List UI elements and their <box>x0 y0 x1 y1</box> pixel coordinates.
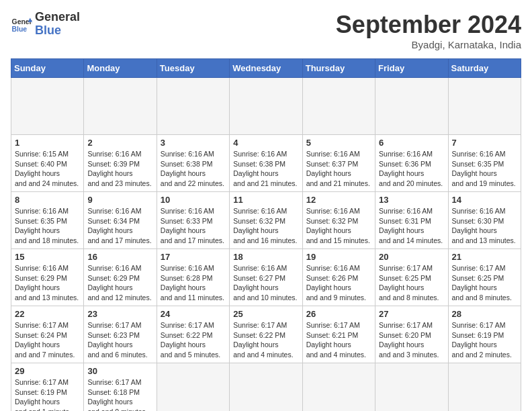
day-info: Sunrise: 6:16 AMSunset: 6:32 PMDaylight … <box>233 206 298 246</box>
day-number: 23 <box>87 309 152 319</box>
svg-text:Blue: Blue <box>12 26 28 33</box>
calendar-cell: 3 Sunrise: 6:16 AMSunset: 6:38 PMDayligh… <box>157 135 229 192</box>
day-info: Sunrise: 6:17 AMSunset: 6:25 PMDaylight … <box>379 263 444 303</box>
calendar-cell <box>230 78 302 135</box>
day-number: 15 <box>15 252 80 262</box>
calendar-cell: 27 Sunrise: 6:17 AMSunset: 6:20 PMDaylig… <box>375 306 448 363</box>
calendar-cell: 23 Sunrise: 6:17 AMSunset: 6:23 PMDaylig… <box>84 306 157 363</box>
day-number: 4 <box>233 138 298 148</box>
calendar-cell <box>84 78 157 135</box>
day-info: Sunrise: 6:17 AMSunset: 6:25 PMDaylight … <box>452 263 517 303</box>
calendar-cell: 17 Sunrise: 6:16 AMSunset: 6:28 PMDaylig… <box>157 249 229 306</box>
calendar-cell <box>11 78 84 135</box>
calendar-cell <box>157 78 229 135</box>
day-info: Sunrise: 6:16 AMSunset: 6:38 PMDaylight … <box>161 149 226 189</box>
calendar-cell: 20 Sunrise: 6:17 AMSunset: 6:25 PMDaylig… <box>375 249 448 306</box>
calendar-body: 1 Sunrise: 6:15 AMSunset: 6:40 PMDayligh… <box>11 78 521 412</box>
calendar-cell: 7 Sunrise: 6:16 AMSunset: 6:35 PMDayligh… <box>448 135 521 192</box>
day-number: 16 <box>87 252 152 262</box>
day-info: Sunrise: 6:16 AMSunset: 6:33 PMDaylight … <box>161 206 226 246</box>
calendar-cell: 5 Sunrise: 6:16 AMSunset: 6:37 PMDayligh… <box>302 135 375 192</box>
day-info: Sunrise: 6:16 AMSunset: 6:34 PMDaylight … <box>87 206 152 246</box>
title-block: September 2024 Byadgi, Karnataka, India <box>336 11 521 50</box>
calendar-cell: 18 Sunrise: 6:16 AMSunset: 6:27 PMDaylig… <box>230 249 302 306</box>
day-number: 30 <box>87 366 152 376</box>
day-info: Sunrise: 6:17 AMSunset: 6:22 PMDaylight … <box>233 320 298 360</box>
month-title: September 2024 <box>336 11 521 39</box>
calendar-row: 8 Sunrise: 6:16 AMSunset: 6:35 PMDayligh… <box>11 192 521 249</box>
day-number: 7 <box>452 138 517 148</box>
calendar-cell: 25 Sunrise: 6:17 AMSunset: 6:22 PMDaylig… <box>230 306 302 363</box>
day-info: Sunrise: 6:16 AMSunset: 6:29 PMDaylight … <box>15 263 80 303</box>
day-number: 5 <box>306 138 371 148</box>
day-number: 26 <box>306 309 371 319</box>
calendar-header-cell: Sunday <box>11 59 84 78</box>
day-info: Sunrise: 6:17 AMSunset: 6:21 PMDaylight … <box>306 320 371 360</box>
calendar-cell: 9 Sunrise: 6:16 AMSunset: 6:34 PMDayligh… <box>84 192 157 249</box>
calendar-cell: 21 Sunrise: 6:17 AMSunset: 6:25 PMDaylig… <box>448 249 521 306</box>
calendar-cell: 19 Sunrise: 6:16 AMSunset: 6:26 PMDaylig… <box>302 249 375 306</box>
calendar-cell <box>375 363 448 412</box>
calendar-cell: 14 Sunrise: 6:16 AMSunset: 6:30 PMDaylig… <box>448 192 521 249</box>
calendar-cell: 10 Sunrise: 6:16 AMSunset: 6:33 PMDaylig… <box>157 192 229 249</box>
day-number: 27 <box>379 309 444 319</box>
calendar-header-cell: Wednesday <box>230 59 302 78</box>
day-info: Sunrise: 6:15 AMSunset: 6:40 PMDaylight … <box>15 149 80 189</box>
calendar-row: 22 Sunrise: 6:17 AMSunset: 6:24 PMDaylig… <box>11 306 521 363</box>
day-number: 18 <box>233 252 298 262</box>
day-info: Sunrise: 6:16 AMSunset: 6:38 PMDaylight … <box>233 149 298 189</box>
calendar-cell <box>302 78 375 135</box>
calendar-cell: 6 Sunrise: 6:16 AMSunset: 6:36 PMDayligh… <box>375 135 448 192</box>
day-info: Sunrise: 6:17 AMSunset: 6:18 PMDaylight … <box>87 377 152 411</box>
logo-icon: General Blue <box>11 13 32 35</box>
logo: General Blue General Blue <box>11 11 80 38</box>
logo-text: General Blue <box>35 11 80 38</box>
calendar-cell <box>448 363 521 412</box>
calendar-header-cell: Monday <box>84 59 157 78</box>
calendar-cell: 24 Sunrise: 6:17 AMSunset: 6:22 PMDaylig… <box>157 306 229 363</box>
day-number: 11 <box>233 195 298 205</box>
day-number: 22 <box>15 309 80 319</box>
calendar-cell: 4 Sunrise: 6:16 AMSunset: 6:38 PMDayligh… <box>230 135 302 192</box>
day-info: Sunrise: 6:16 AMSunset: 6:35 PMDaylight … <box>452 149 517 189</box>
day-info: Sunrise: 6:17 AMSunset: 6:19 PMDaylight … <box>452 320 517 360</box>
day-number: 10 <box>161 195 226 205</box>
day-info: Sunrise: 6:16 AMSunset: 6:30 PMDaylight … <box>452 206 517 246</box>
calendar-header-cell: Saturday <box>448 59 521 78</box>
day-number: 9 <box>87 195 152 205</box>
calendar-row: 29 Sunrise: 6:17 AMSunset: 6:19 PMDaylig… <box>11 363 521 412</box>
day-number: 13 <box>379 195 444 205</box>
calendar-cell: 29 Sunrise: 6:17 AMSunset: 6:19 PMDaylig… <box>11 363 84 412</box>
calendar-cell: 12 Sunrise: 6:16 AMSunset: 6:32 PMDaylig… <box>302 192 375 249</box>
day-number: 14 <box>452 195 517 205</box>
day-number: 19 <box>306 252 371 262</box>
calendar-header-row: SundayMondayTuesdayWednesdayThursdayFrid… <box>11 59 521 78</box>
day-number: 29 <box>15 366 80 376</box>
calendar-cell <box>448 78 521 135</box>
calendar-cell: 1 Sunrise: 6:15 AMSunset: 6:40 PMDayligh… <box>11 135 84 192</box>
calendar-row: 1 Sunrise: 6:15 AMSunset: 6:40 PMDayligh… <box>11 135 521 192</box>
calendar-cell: 13 Sunrise: 6:16 AMSunset: 6:31 PMDaylig… <box>375 192 448 249</box>
day-info: Sunrise: 6:17 AMSunset: 6:24 PMDaylight … <box>15 320 80 360</box>
location: Byadgi, Karnataka, India <box>336 39 521 50</box>
day-number: 20 <box>379 252 444 262</box>
day-number: 12 <box>306 195 371 205</box>
day-info: Sunrise: 6:16 AMSunset: 6:39 PMDaylight … <box>87 149 152 189</box>
day-number: 21 <box>452 252 517 262</box>
day-info: Sunrise: 6:17 AMSunset: 6:23 PMDaylight … <box>87 320 152 360</box>
calendar-cell: 8 Sunrise: 6:16 AMSunset: 6:35 PMDayligh… <box>11 192 84 249</box>
day-number: 24 <box>161 309 226 319</box>
day-number: 2 <box>87 138 152 148</box>
day-number: 17 <box>161 252 226 262</box>
calendar-header-cell: Thursday <box>302 59 375 78</box>
day-info: Sunrise: 6:17 AMSunset: 6:22 PMDaylight … <box>161 320 226 360</box>
day-info: Sunrise: 6:16 AMSunset: 6:37 PMDaylight … <box>306 149 371 189</box>
day-info: Sunrise: 6:16 AMSunset: 6:31 PMDaylight … <box>379 206 444 246</box>
calendar-cell: 22 Sunrise: 6:17 AMSunset: 6:24 PMDaylig… <box>11 306 84 363</box>
day-info: Sunrise: 6:16 AMSunset: 6:27 PMDaylight … <box>233 263 298 303</box>
page-header: General Blue General Blue September 2024… <box>11 11 521 50</box>
calendar-cell <box>230 363 302 412</box>
calendar-row <box>11 78 521 135</box>
day-number: 28 <box>452 309 517 319</box>
day-info: Sunrise: 6:16 AMSunset: 6:36 PMDaylight … <box>379 149 444 189</box>
